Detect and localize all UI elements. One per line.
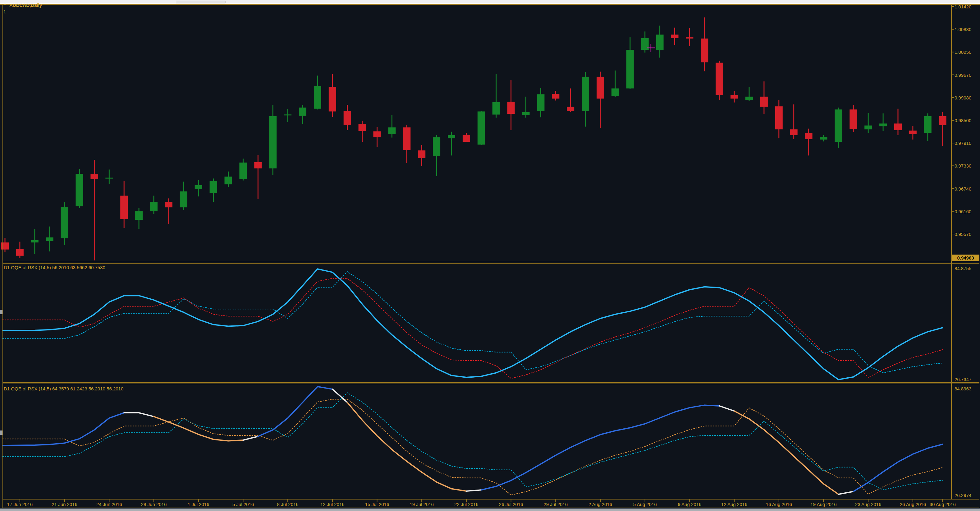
candle-body [716, 63, 723, 95]
candle-body [805, 133, 813, 139]
price-axis-label: 1.00250 [955, 50, 971, 54]
candle-body [627, 50, 634, 88]
candle-body [597, 77, 604, 99]
candle-body [522, 112, 530, 115]
candle-body [567, 107, 574, 111]
period-label: 1 [3, 10, 6, 14]
candle-body [611, 88, 619, 96]
candle-body [46, 237, 53, 241]
pane-resize-grip[interactable] [0, 310, 3, 314]
candle-body [1, 242, 9, 250]
candle-body [775, 106, 783, 129]
candle-body [924, 116, 932, 133]
candle-body [388, 127, 396, 134]
candle-body [493, 102, 500, 115]
candle-body [879, 123, 887, 126]
candle-body [582, 77, 589, 111]
candle-body [135, 211, 143, 220]
date-axis-label: 17 Jun 2016 [7, 502, 33, 507]
candle-body [150, 202, 158, 211]
candle-body [76, 174, 83, 206]
candle-body [656, 35, 664, 50]
price-axis-label: 1.01420 [955, 4, 971, 9]
date-axis-label: 23 Aug 2016 [855, 502, 881, 507]
date-axis-label: 5 Aug 2016 [633, 502, 657, 507]
current-price-tag: 0.94963 [952, 255, 979, 261]
candle-body [508, 102, 515, 114]
candle-body [210, 181, 217, 193]
window-bottom-edge [0, 508, 980, 511]
price-axis-label: 0.98500 [955, 118, 971, 123]
candle-body [686, 37, 693, 38]
candle-body [91, 174, 98, 179]
candle-body [939, 116, 947, 125]
candle-body [239, 162, 247, 179]
candle-body [909, 131, 916, 134]
date-axis-label: 12 Jul 2016 [320, 502, 345, 507]
indicator1-scale-max: 84.8755 [955, 266, 971, 271]
candle-body [61, 207, 68, 238]
price-axis-label: 0.95570 [955, 232, 971, 237]
candle-body [374, 132, 381, 137]
date-axis-label: 15 Jul 2016 [365, 502, 389, 507]
date-axis-label: 29 Jul 2016 [544, 502, 568, 507]
candle-body [314, 86, 321, 109]
candle-body [105, 178, 113, 179]
date-axis-label: 8 Jul 2016 [277, 502, 298, 507]
date-axis-label: 24 Jun 2016 [96, 502, 122, 507]
candle-body [850, 110, 857, 129]
date-axis-label: 26 Aug 2016 [900, 502, 926, 507]
chart-canvas[interactable] [0, 0, 980, 511]
candle-body [31, 240, 38, 243]
price-axis-label: 0.99080 [955, 96, 971, 100]
candle-body [344, 111, 351, 125]
date-axis-label: 19 Aug 2016 [810, 502, 837, 507]
date-axis-label: 28 Jun 2016 [141, 502, 167, 507]
date-axis-label: 21 Jun 2016 [52, 502, 77, 507]
date-axis-label: 2 Aug 2016 [589, 502, 612, 507]
price-axis-label: 0.96160 [955, 209, 971, 214]
candle-body [359, 124, 366, 131]
candle-body [671, 35, 679, 38]
chart-dropdown-icon[interactable]: ▼ [3, 3, 6, 6]
price-axis-label: 0.96740 [955, 186, 971, 191]
indicator1-caption: D1 QQE of RSX (14,5) 56.2010 63.5662 60.… [4, 265, 105, 270]
candle-body [284, 115, 291, 115]
candle-body [433, 137, 440, 156]
price-axis-label: 1.00830 [955, 27, 971, 32]
candle-body [448, 135, 455, 138]
indicator2-caption: D1 QQE of RSX (14,5) 64.3579 61.2423 56.… [4, 386, 123, 391]
candle-body [299, 108, 306, 116]
candle-body [477, 111, 485, 145]
candle-body [552, 94, 559, 99]
candle-body [864, 126, 872, 130]
price-axis-label: 0.99670 [955, 73, 971, 77]
price-axis-label: 0.97910 [955, 141, 971, 145]
candle-body [16, 249, 24, 256]
price-axis-label: 0.97330 [955, 164, 971, 168]
candle-body [790, 129, 798, 135]
candle-body [225, 177, 232, 184]
date-axis-label: 16 Aug 2016 [766, 502, 792, 507]
candle-body [730, 95, 738, 99]
indicator2-scale-max: 84.8963 [955, 386, 971, 391]
indicator2-scale-min: 26.2974 [955, 493, 971, 498]
date-axis-label: 1 Jul 2016 [188, 502, 209, 507]
mt4-chart-window: ▼ AUDCAD,Daily 1 D1 QQE of RSX (14,5) 56… [0, 0, 980, 511]
candle-body [254, 162, 262, 169]
pane-resize-grip[interactable] [0, 430, 3, 435]
candle-body [418, 150, 425, 158]
date-axis-label: 19 Jul 2016 [409, 502, 434, 507]
symbol-period-label[interactable]: AUDCAD,Daily [10, 3, 42, 8]
chart-background [0, 4, 980, 511]
candle-body [760, 97, 768, 107]
candle-body [403, 127, 410, 150]
date-axis-label: 26 Jul 2016 [499, 502, 523, 507]
candle-body [537, 94, 544, 111]
candle-body [894, 123, 902, 130]
date-axis-label: 12 Aug 2016 [721, 502, 747, 507]
candle-body [180, 191, 187, 207]
indicator1-scale-min: 26.7347 [955, 377, 971, 382]
date-axis-label: 9 Aug 2016 [678, 502, 701, 507]
candle-body [269, 116, 277, 169]
